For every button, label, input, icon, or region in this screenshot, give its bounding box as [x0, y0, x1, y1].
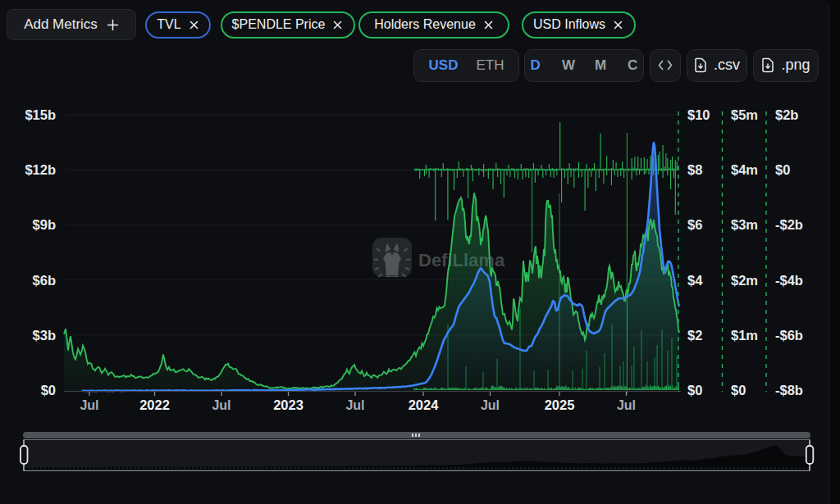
svg-text:2022: 2022: [139, 397, 170, 412]
svg-text:$4m: $4m: [731, 162, 758, 177]
svg-text:$3m: $3m: [731, 217, 758, 232]
svg-text:2025: 2025: [545, 397, 575, 412]
svg-text:$12b: $12b: [25, 162, 56, 177]
svg-text:$0: $0: [41, 383, 56, 397]
svg-text:$3b: $3b: [33, 328, 56, 343]
svg-text:-$4b: -$4b: [775, 273, 803, 288]
svg-text:Jul: Jul: [212, 398, 231, 412]
svg-text:Jul: Jul: [345, 398, 364, 412]
svg-text:2024: 2024: [409, 397, 440, 412]
svg-text:Jul: Jul: [80, 398, 98, 412]
svg-text:$9b: $9b: [33, 217, 56, 232]
svg-text:$8: $8: [687, 162, 702, 177]
svg-text:2023: 2023: [273, 397, 304, 412]
svg-text:Jul: Jul: [481, 398, 500, 412]
svg-text:$10: $10: [687, 107, 710, 122]
svg-text:$15b: $15b: [25, 107, 56, 122]
svg-text:-$6b: -$6b: [775, 328, 803, 343]
svg-text:$0: $0: [775, 162, 790, 177]
svg-text:$5m: $5m: [731, 107, 758, 122]
svg-text:$4: $4: [687, 273, 703, 288]
svg-text:$6: $6: [687, 217, 702, 232]
svg-text:$6b: $6b: [33, 273, 56, 288]
svg-text:$2m: $2m: [731, 273, 758, 288]
svg-text:-$8b: -$8b: [775, 383, 803, 397]
svg-text:$0: $0: [731, 383, 746, 397]
svg-text:$1m: $1m: [731, 328, 758, 343]
svg-text:$0: $0: [687, 383, 702, 397]
svg-text:-$2b: -$2b: [775, 217, 803, 232]
svg-text:$2b: $2b: [775, 107, 798, 122]
svg-text:Jul: Jul: [617, 398, 636, 412]
svg-text:$2: $2: [687, 328, 702, 343]
